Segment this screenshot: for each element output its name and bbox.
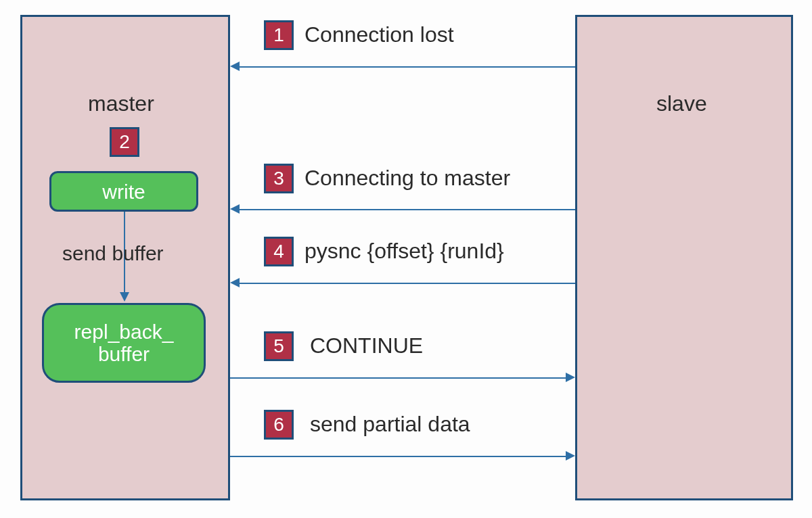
send-buffer-label: send buffer (62, 242, 164, 265)
arrow-3-head (230, 204, 240, 214)
step-badge-6: 6 (264, 410, 294, 440)
write-label: write (102, 181, 145, 203)
step-text-4: pysnc {offset} {runId} (304, 239, 504, 264)
step-text-5: CONTINUE (310, 333, 423, 358)
slave-title: slave (656, 91, 707, 116)
step-badge-1: 1 (264, 20, 294, 50)
step-badge-4: 4 (264, 237, 294, 266)
master-title: master (88, 91, 154, 116)
arrow-5-line (230, 377, 566, 379)
step-text-1: Connection lost (304, 22, 454, 47)
repl-back-buffer-label: repl_back_ buffer (74, 321, 174, 365)
arrow-4-head (230, 278, 240, 287)
step-text-3: Connecting to master (304, 166, 510, 191)
step-badge-3: 3 (264, 164, 294, 193)
arrow-4-line (240, 283, 575, 284)
arrow-1-head (230, 62, 240, 71)
arrow-6-line (230, 456, 566, 457)
arrow-3-line (240, 209, 575, 210)
step-badge-2: 2 (110, 127, 139, 157)
write-box: write (49, 171, 198, 212)
arrow-1-line (240, 66, 575, 68)
slave-box (575, 15, 793, 500)
arrow-6-head (566, 451, 575, 461)
step-text-6: send partial data (310, 412, 470, 437)
step-badge-5: 5 (264, 331, 294, 361)
repl-back-buffer-box: repl_back_ buffer (42, 303, 206, 383)
internal-arrow-head (120, 292, 129, 302)
arrow-5-head (566, 373, 575, 382)
